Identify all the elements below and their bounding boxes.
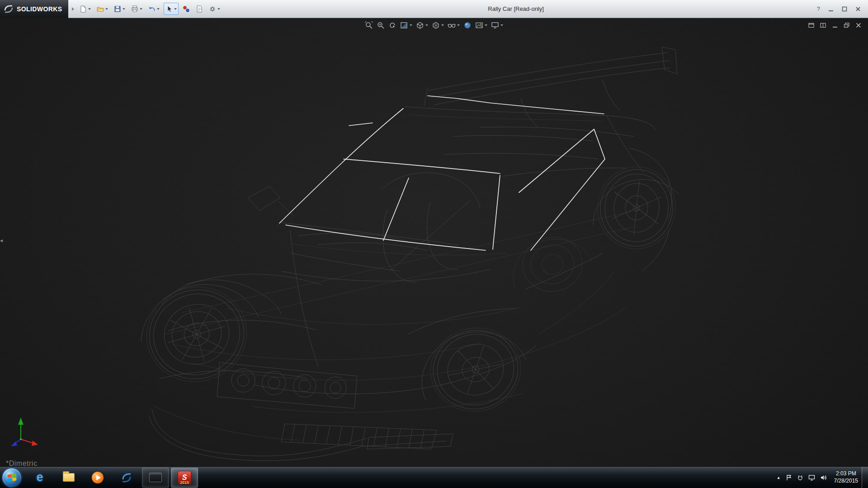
dropdown-arrow-icon[interactable] [105,8,108,10]
dropdown-arrow-icon[interactable] [441,24,444,26]
dropdown-arrow-icon[interactable] [500,24,503,26]
edit-appearance-button[interactable] [463,21,472,29]
previous-view-icon [388,21,396,29]
help-icon[interactable]: ? [817,6,820,12]
command-window-icon [149,473,162,482]
action-center-flag-icon[interactable] [786,474,792,481]
dropdown-arrow-icon[interactable] [485,24,487,26]
solidworks-logo[interactable]: SOLIDWORKS [0,0,68,18]
clock-date: 7/28/2015 [834,478,858,485]
save-button[interactable] [112,3,127,15]
brand-text: SOLIDWORKS [17,5,62,13]
dropdown-arrow-icon[interactable] [140,8,142,10]
show-desktop-button[interactable] [862,467,868,488]
standard-toolbar [78,3,222,15]
file-properties-button[interactable] [194,3,205,15]
taskbar-command-window-button[interactable] [142,468,169,488]
taskbar-internet-explorer-button[interactable]: e [26,468,53,488]
split-window-icon[interactable] [820,23,826,28]
windows-explorer-icon [63,473,75,482]
taskbar-solidworks-2015-button[interactable]: S 2015 [171,468,198,488]
document-close-button[interactable] [855,23,862,28]
dropdown-arrow-icon[interactable] [88,8,91,10]
close-button[interactable] [855,6,861,12]
document-window-controls [808,23,862,28]
title-bar: SOLIDWORKS [0,0,868,18]
minimize-button[interactable] [828,6,834,12]
hide-show-glasses-icon [448,21,456,29]
print-button[interactable] [129,3,144,15]
rebuild-icon [183,5,190,13]
hide-show-items-button[interactable] [448,21,460,29]
maximize-button[interactable] [842,6,847,12]
section-view-icon [400,21,408,29]
dropdown-arrow-icon[interactable] [174,8,177,10]
dropdown-arrow-icon[interactable] [425,24,428,26]
power-plug-icon[interactable] [797,474,803,481]
open-document-button[interactable] [95,3,110,15]
start-button[interactable] [2,468,22,488]
view-settings-button[interactable] [491,21,503,29]
taskbar-media-player-button[interactable] [84,468,111,488]
section-view-button[interactable] [400,21,412,29]
options-button[interactable] [207,3,222,15]
dropdown-arrow-icon[interactable] [457,24,460,26]
dropdown-arrow-icon[interactable] [157,8,160,10]
zoom-to-fit-icon [365,21,373,29]
heads-up-view-toolbar [365,21,503,29]
brand-expand-arrow-icon[interactable] [72,7,74,11]
windows-flag-icon [7,473,16,482]
solidworks-version-badge: 2015 [178,480,191,485]
file-properties-icon [196,5,203,13]
media-player-icon [92,472,104,483]
save-floppy-icon [114,5,121,13]
zoom-to-fit-button[interactable] [365,21,373,29]
x-axis-arrow [32,441,38,446]
document-restore-button[interactable] [844,23,850,28]
system-tray: ▲ [773,474,830,481]
view-settings-icon [491,21,499,29]
dropdown-arrow-icon[interactable] [217,8,220,10]
solidworks-launcher-icon [121,472,132,483]
display-style-icon [432,21,440,29]
coordinate-triad [5,415,44,455]
panel-collapse-arrow-icon[interactable]: ◂ [0,238,3,243]
open-folder-icon [97,5,104,13]
show-hidden-icons-button[interactable]: ▲ [777,475,781,480]
edit-appearance-ball-icon [463,21,472,29]
undo-arrow-icon [148,5,156,13]
taskbar-clock[interactable]: 2:03 PM 7/28/2015 [830,470,862,484]
rebuild-button[interactable] [181,3,192,15]
zoom-to-area-button[interactable] [377,21,385,29]
volume-icon[interactable] [820,474,827,481]
window-title: Rally Car [Read-only] [222,5,809,12]
previous-view-button[interactable] [388,21,396,29]
display-network-icon[interactable] [808,474,815,481]
new-window-icon[interactable] [808,23,815,28]
dropdown-arrow-icon[interactable] [410,24,412,26]
document-minimize-button[interactable] [832,23,838,28]
graphics-area[interactable]: *Dimetric ◂ [0,18,868,466]
zoom-to-area-icon [377,21,385,29]
clock-time: 2:03 PM [834,470,858,478]
new-document-icon [80,5,87,13]
view-orientation-button[interactable] [416,21,428,29]
print-icon [131,5,138,13]
display-style-button[interactable] [432,21,444,29]
window-controls: ? [810,6,868,12]
view-orientation-cube-icon [416,21,424,29]
dropdown-arrow-icon[interactable] [123,8,125,10]
internet-explorer-icon: e [36,470,43,484]
windows-taskbar: e S 2015 ▲ [0,466,868,488]
undo-button[interactable] [146,3,161,15]
new-document-button[interactable] [78,3,93,15]
model-canvas-wireframe-car[interactable] [0,18,868,466]
taskbar-solidworks-launcher-button[interactable] [113,468,140,488]
y-axis-arrow [18,418,24,425]
view-orientation-label: *Dimetric [6,460,37,466]
apply-scene-button[interactable] [475,21,487,29]
select-tool-button[interactable] [164,3,179,15]
desktop-screen: SOLIDWORKS [0,0,868,488]
taskbar-explorer-button[interactable] [55,468,82,488]
select-cursor-icon [165,5,173,13]
